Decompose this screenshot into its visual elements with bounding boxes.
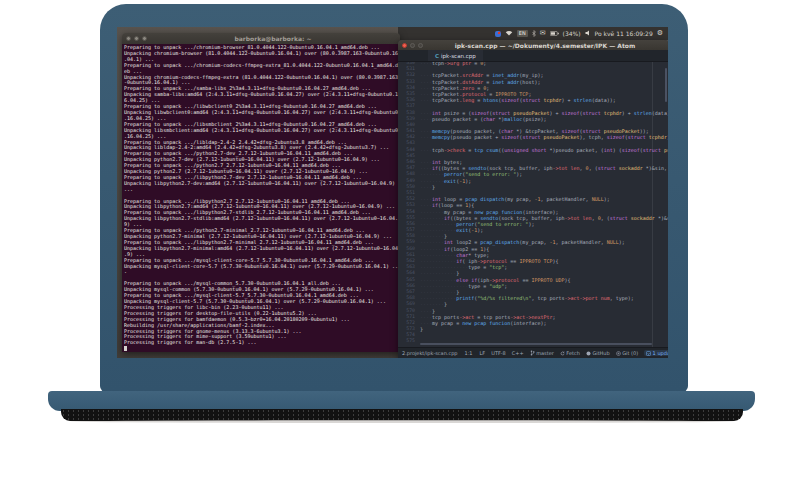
status-file-path[interactable]: 2.projekt/ipk-scan.cpp bbox=[402, 350, 458, 356]
status-item-label: 1 update bbox=[653, 350, 668, 356]
vertical-scrollbar[interactable] bbox=[665, 68, 667, 102]
minimize-icon[interactable] bbox=[410, 43, 415, 48]
clock[interactable]: Po kvě 11 16:09:29 bbox=[595, 30, 653, 37]
tab-label: ipk-scan.cpp bbox=[441, 53, 476, 59]
close-icon[interactable] bbox=[126, 36, 131, 41]
terminal-line: Unpacking chromium-browser (81.0.4044.12… bbox=[124, 51, 400, 57]
tab-bar: C ipk-scan.cpp bbox=[398, 50, 668, 62]
terminal-cursor bbox=[124, 346, 127, 351]
status-encoding[interactable]: UTF-8 bbox=[491, 350, 506, 356]
status-grammar[interactable]: C++ bbox=[512, 350, 524, 356]
close-icon[interactable] bbox=[402, 43, 407, 48]
tab-ipk-scan[interactable]: C ipk-scan.cpp bbox=[428, 50, 483, 61]
horizontal-scrollbar[interactable] bbox=[420, 343, 652, 345]
git-icon bbox=[616, 351, 621, 356]
code-area: ····tcph->urg_ptr = 0; ····tcpPacket.src… bbox=[418, 62, 668, 347]
laptop-base bbox=[48, 391, 755, 411]
terminal-line: Unpacking libpython2.7-minimal:amd64 (2.… bbox=[124, 246, 400, 252]
atom-window: ipk-scan.cpp — ~/Dokumenty/4.semester/IP… bbox=[398, 40, 668, 358]
terminal-line: Unpacking libpython2.7-dev:amd64 (2.7.12… bbox=[124, 181, 400, 187]
terminal-line: Preparing to unpack .../chromium-codecs-… bbox=[124, 63, 400, 69]
terminal-title: barborka@barborka: ~ bbox=[150, 35, 396, 42]
status-item-label: Git (0) bbox=[622, 350, 638, 356]
code-line: ············printf("%d/%s filtered\n", t… bbox=[420, 295, 668, 301]
line-number-gutter: 5305315325335345355365375385395405415425… bbox=[398, 62, 418, 347]
cpp-file-icon: C bbox=[435, 53, 439, 59]
status-git-branch[interactable]: master bbox=[530, 350, 554, 356]
terminal-body[interactable]: Preparing to unpack .../chromium-browser… bbox=[122, 44, 400, 352]
code-line: ····memcpy(pseudo_packet + sizeof(struct… bbox=[420, 134, 668, 140]
battery-icon[interactable] bbox=[550, 30, 559, 37]
status-line-ending[interactable]: LF bbox=[480, 350, 486, 356]
status-item-label: UTF-8 bbox=[491, 350, 506, 356]
code-editor[interactable]: 5305315325335345355365375385395405415425… bbox=[398, 62, 668, 347]
code-lines: ····tcph->urg_ptr = 0; ····tcpPacket.src… bbox=[418, 62, 668, 345]
volume-icon[interactable] bbox=[585, 30, 591, 37]
laptop-mockup: EN ✉ (34%) Po kvě 11 16:09:29 ⚙ barborka… bbox=[0, 0, 800, 477]
status-left-group: 2.projekt/ipk-scan.cpp1:1 bbox=[402, 350, 473, 356]
status-item-label: 2.projekt/ipk-scan.cpp bbox=[402, 350, 458, 356]
wrap-guide bbox=[652, 62, 653, 347]
maximize-icon[interactable] bbox=[418, 43, 423, 48]
github-icon bbox=[586, 351, 591, 356]
wifi-icon[interactable] bbox=[505, 30, 513, 37]
status-item-label: LF bbox=[480, 350, 486, 356]
terminal-line: Unpacking mysql-client-core-5.7 (5.7.30-… bbox=[124, 264, 400, 270]
keyboard-layout-indicator[interactable]: EN bbox=[517, 30, 528, 37]
status-item-label: 1:1 bbox=[465, 350, 473, 356]
status-fetch[interactable]: Fetch bbox=[560, 350, 580, 356]
status-cursor-position[interactable]: 1:1 bbox=[465, 350, 473, 356]
line-number: 575 bbox=[398, 338, 418, 344]
desktop-screen: EN ✉ (34%) Po kvě 11 16:09:29 ⚙ barborka… bbox=[117, 27, 668, 358]
terminal-window: barborka@barborka: ~ Preparing to unpack… bbox=[122, 33, 400, 352]
branch-icon bbox=[530, 350, 535, 356]
battery-percentage: (34%) bbox=[563, 30, 581, 37]
top-panel: EN ✉ (34%) Po kvě 11 16:09:29 ⚙ bbox=[398, 27, 668, 40]
terminal-line: Unpacking samba-libs:amd64 (2:4.3.11+dfs… bbox=[124, 92, 400, 98]
terminal-titlebar[interactable]: barborka@barborka: ~ bbox=[122, 33, 400, 44]
laptop-shadow bbox=[70, 420, 734, 423]
minimize-icon[interactable] bbox=[134, 36, 139, 41]
status-bar: 2.projekt/ipk-scan.cpp1:1 LFUTF-8C++mast… bbox=[398, 347, 668, 358]
maximize-icon[interactable] bbox=[142, 36, 147, 41]
gear-icon[interactable]: ⚙ bbox=[657, 30, 663, 37]
status-item-label: GitHub bbox=[592, 350, 609, 356]
status-item-label: C++ bbox=[512, 350, 524, 356]
update-icon bbox=[646, 351, 651, 356]
indicator-icon[interactable] bbox=[495, 31, 501, 37]
atom-window-title: ipk-scan.cpp — ~/Dokumenty/4.semester/IP… bbox=[426, 42, 664, 49]
status-right-group: LFUTF-8C++masterFetchGitHubGit (0)1 upda… bbox=[480, 350, 668, 356]
status-item-label: master bbox=[536, 350, 554, 356]
status-github[interactable]: GitHub bbox=[586, 350, 610, 356]
bluetooth-icon[interactable] bbox=[532, 30, 536, 38]
terminal-line: Unpacking libpython2.7-stdlib:amd64 (2.7… bbox=[124, 216, 400, 222]
sync-icon bbox=[560, 351, 565, 356]
status-update[interactable]: 1 update bbox=[644, 350, 668, 356]
code-line: ····tcph->check = tcp_csum((unsigned sho… bbox=[420, 147, 668, 153]
status-item-label: Fetch bbox=[566, 350, 580, 356]
status-git-changes[interactable]: Git (0) bbox=[616, 350, 638, 356]
mail-icon[interactable]: ✉ bbox=[540, 30, 546, 37]
atom-titlebar[interactable]: ipk-scan.cpp — ~/Dokumenty/4.semester/IP… bbox=[398, 40, 668, 50]
